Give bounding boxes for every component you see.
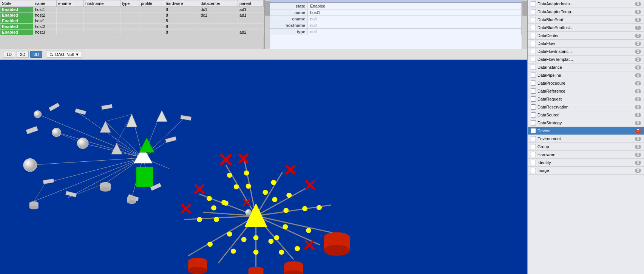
table-cell-profile [139,12,164,18]
svg-point-64 [207,196,212,201]
col-header-name[interactable]: name [33,0,57,7]
sidebar-item-datasource[interactable]: DataSource0 [528,111,644,119]
dag-dropdown-arrow: ▼ [75,52,79,57]
col-header-type[interactable]: type [120,0,139,7]
sidebar-item-icon [531,65,536,70]
details-label: type [270,29,308,35]
sidebar-item-count: 0 [635,10,641,14]
table-cell-name: host3 [33,29,57,35]
sidebar-item-count: 0 [635,73,641,77]
sidebar-item-dataadaptortemp[interactable]: DataAdaptorTemp...0 [528,8,644,16]
svg-point-39 [227,173,232,178]
table-row[interactable]: Enabledhost18dc1ad1 [0,7,264,12]
network-graph [0,60,527,274]
svg-point-81 [52,128,61,137]
sidebar-item-datablueprint[interactable]: DataBluePrint0 [528,16,644,24]
sidebar-item-datareference[interactable]: DataReference0 [528,87,644,95]
svg-point-60 [207,241,213,246]
sidebar-item-icon [531,57,536,62]
sidebar-item-dataprocedure[interactable]: DataProcedure0 [528,79,644,87]
sidebar-item-count: 0 [635,153,641,157]
sidebar-item-count: 0 [635,18,641,22]
sidebar-item-dataadaptorinsta[interactable]: DataAdaptorInsta...0 [528,0,644,8]
table-scrollbar[interactable] [264,0,270,49]
table-cell-parent: ad1 [238,7,264,12]
table-cell-state: Enabled [0,29,33,35]
sidebar-item-icon [531,1,536,6]
svg-point-106 [127,200,136,204]
dag-selector[interactable]: 🗂 DAG: Null ▼ [47,51,82,58]
sidebar-item-count: 0 [635,89,641,93]
table-cell-ename [57,18,84,24]
table-row[interactable]: Enabledhost18 [0,18,264,24]
col-header-ename[interactable]: ename [57,0,84,7]
sidebar-item-dataflowinstanc[interactable]: DataFlowInstanc...0 [528,48,644,56]
col-header-parent[interactable]: parent [238,0,264,7]
sidebar-item-label: DataRequest [537,97,633,101]
sidebar-item-hardware[interactable]: Hardware0 [528,151,644,159]
sidebar-item-icon [531,120,536,125]
sidebar-item-dataflowtemplat[interactable]: DataFlowTemplat...0 [528,56,644,63]
details-row: enamenull [270,16,522,22]
sidebar-item-label: DataStrategy [537,121,633,125]
sidebar-item-label: DataFlow [537,41,633,46]
table-row[interactable]: Enabledhost28 [0,24,264,29]
visualization-area[interactable] [0,60,527,274]
sidebar-item-icon [531,136,536,141]
svg-rect-0 [0,60,527,274]
table-cell-hardware: 8 [164,24,199,29]
svg-point-56 [253,250,259,255]
svg-point-54 [279,250,284,255]
sidebar-item-device[interactable]: Device7 [528,127,644,135]
table-cell-profile [139,24,164,29]
view-button-1d[interactable]: 1D [3,51,15,58]
table-cell-type [120,12,139,18]
sidebar-item-label: DataAdaptorTemp... [537,9,633,14]
svg-point-109 [29,206,39,209]
view-button-3d[interactable]: 3D [30,51,42,58]
table-row[interactable]: Enabledhost28dc1ad1 [0,12,264,18]
sidebar-item-dataflow[interactable]: DataFlow0 [528,40,644,48]
sidebar-item-count: 7 [635,129,641,133]
sidebar-item-datareservation[interactable]: DataReservation0 [528,103,644,111]
details-label: state [270,3,308,9]
sidebar-item-icon [531,73,536,78]
details-row: stateEnabled [270,3,522,9]
table-cell-parent: ad2 [238,29,264,35]
sidebar-item-identity[interactable]: Identity0 [528,159,644,167]
sidebar-item-image[interactable]: Image0 [528,167,644,175]
scrollbar-thumb[interactable] [265,1,270,16]
sidebar-item-datapipeline[interactable]: DataPipeline0 [528,71,644,79]
table-cell-ename [57,24,84,29]
table-cell-name: host1 [33,18,57,24]
col-header-state[interactable]: State [0,0,33,7]
details-table: stateEnablednamehost1enamenullhostnamenu… [270,3,522,35]
col-header-profile[interactable]: profile [139,0,164,7]
sidebar-item-datablueprintinst[interactable]: DataBluePrintInst...1 [528,24,644,32]
details-scrollbar-thumb[interactable] [522,1,527,16]
sidebar-item-icon [531,104,536,110]
col-header-hostname[interactable]: hostname [83,0,120,7]
svg-point-53 [268,239,273,244]
svg-point-69 [324,245,350,256]
table-cell-datacenter: dc1 [199,7,238,12]
sidebar-item-environment[interactable]: Environment0 [528,135,644,143]
right-sidebar: DataAdaptorInsta...0DataAdaptorTemp...0D… [527,0,644,274]
details-scrollbar[interactable] [522,0,527,49]
sidebar-item-datarequest[interactable]: DataRequest0 [528,95,644,103]
sidebar-item-datainstance[interactable]: DataInstance0 [528,63,644,71]
table-row[interactable]: Enabledhost38ad2 [0,29,264,35]
svg-point-79 [23,158,37,172]
col-header-datacenter[interactable]: datacenter [199,0,238,7]
table-cell-name: host2 [33,12,57,18]
sidebar-item-label: DataInstance [537,65,633,70]
sidebar-item-datacenter[interactable]: DataCenter2 [528,32,644,40]
sidebar-item-icon [531,96,536,102]
details-row: namehost1 [270,9,522,16]
sidebar-item-group[interactable]: Group0 [528,143,644,151]
svg-point-62 [197,217,202,222]
sidebar-item-label: Hardware [537,152,633,157]
col-header-hardware[interactable]: hardware [164,0,199,7]
view-button-2d[interactable]: 2D [17,51,29,58]
sidebar-item-datastrategy[interactable]: DataStrategy0 [528,119,644,127]
